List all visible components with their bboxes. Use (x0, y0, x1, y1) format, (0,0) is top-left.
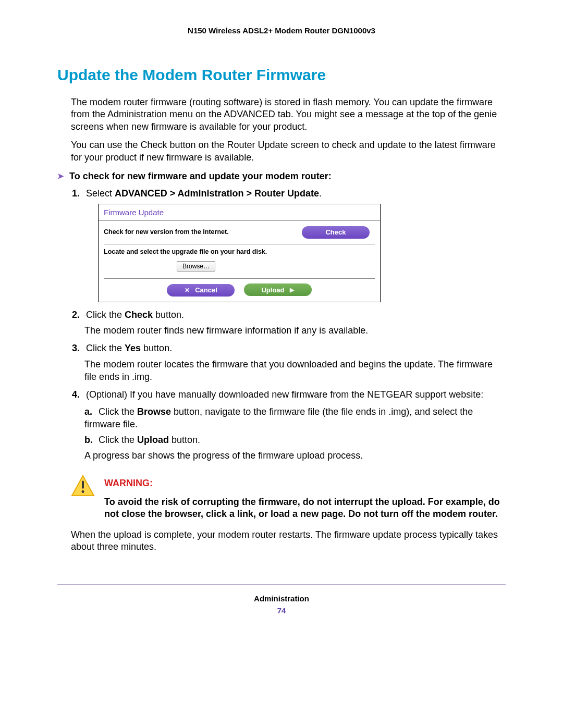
substep-a: a. Click the Browse button, navigate to … (84, 405, 506, 431)
warning-text: To avoid the risk of corrupting the firm… (104, 496, 506, 521)
locate-label: Locate and select the upgrade file on yo… (104, 248, 375, 256)
bottom-button-bar: ✕ Cancel Upload ▶ (104, 278, 375, 302)
browse-button[interactable]: Browse… (177, 261, 215, 272)
step-2-pre: Click the (86, 310, 125, 320)
cancel-button-label: Cancel (195, 286, 217, 295)
close-icon: ✕ (185, 286, 190, 294)
svg-rect-1 (82, 480, 84, 488)
page-footer: Administration 74 (57, 594, 506, 615)
step-4: 4. (Optional) If you have manually downl… (72, 388, 506, 462)
intro-paragraph-1: The modem router firmware (routing softw… (57, 96, 506, 133)
step-1-suffix: . (319, 188, 322, 199)
step-number: 2. (72, 309, 83, 321)
substep-a-pre: Click the (99, 406, 137, 417)
step-2-bold: Check (125, 310, 153, 320)
procedure-heading: ➤To check for new firmware and update yo… (57, 171, 506, 182)
substep-b-post: button. (169, 435, 200, 445)
check-button[interactable]: Check (302, 226, 370, 239)
svg-point-2 (82, 490, 84, 493)
page-title: Update the Modem Router Firmware (57, 66, 506, 84)
step-4-after: A progress bar shows the progress of the… (84, 449, 506, 462)
footer-section: Administration (57, 594, 506, 603)
substep-b-bold: Upload (137, 435, 169, 445)
footer-rule (57, 584, 506, 585)
step-3-bold: Yes (125, 343, 141, 353)
substeps-list: a. Click the Browse button, navigate to … (84, 405, 506, 447)
substep-letter: b. (84, 434, 96, 446)
step-1: 1. Select ADVANCED > Administration > Ro… (72, 187, 506, 302)
closing-paragraph: When the upload is complete, your modem … (57, 529, 506, 553)
step-3: 3. Click the Yes button. The modem route… (72, 342, 506, 383)
intro-paragraph-2: You can use the Check button on the Rout… (57, 139, 506, 164)
step-number: 4. (72, 388, 83, 401)
substep-b: b. Click the Upload button. (84, 434, 506, 446)
play-icon: ▶ (290, 286, 294, 294)
warning-body: WARNING: To avoid the risk of corrupting… (104, 475, 506, 521)
step-2-after: The modem router finds new firmware info… (84, 324, 506, 337)
step-2-post: button. (153, 310, 184, 320)
warning-icon (71, 475, 95, 521)
step-number: 1. (72, 187, 83, 200)
page-number: 74 (57, 606, 506, 615)
steps-list: 1. Select ADVANCED > Administration > Ro… (72, 187, 506, 462)
step-3-post: button. (141, 343, 172, 353)
document-page: N150 Wireless ADSL2+ Modem Router DGN100… (0, 0, 563, 636)
cancel-button[interactable]: ✕ Cancel (167, 284, 235, 297)
warning-label: WARNING: (104, 478, 506, 489)
procedure-heading-text: To check for new firmware and update you… (69, 171, 332, 181)
panel-title: Firmware Update (99, 204, 380, 220)
check-row: Check for new version from the Internet.… (99, 221, 380, 244)
check-button-label: Check (325, 228, 346, 237)
upload-button[interactable]: Upload ▶ (244, 283, 312, 296)
step-2: 2. Click the Check button. The modem rou… (72, 309, 506, 337)
triangle-bullet-icon: ➤ (57, 171, 64, 181)
step-1-bold: ADVANCED > Administration > Router Updat… (115, 188, 319, 199)
step-3-pre: Click the (86, 343, 125, 353)
upload-button-label: Upload (261, 286, 284, 295)
step-1-prefix: Select (86, 188, 115, 199)
step-4-text: (Optional) If you have manually download… (86, 389, 483, 400)
running-header: N150 Wireless ADSL2+ Modem Router DGN100… (57, 26, 506, 35)
step-number: 3. (72, 342, 83, 354)
locate-row: Locate and select the upgrade file on yo… (99, 244, 380, 278)
check-label: Check for new version from the Internet. (104, 228, 299, 237)
substep-b-pre: Click the (99, 435, 137, 445)
firmware-update-screenshot: Firmware Update Check for new version fr… (98, 204, 381, 302)
substep-letter: a. (84, 405, 96, 418)
step-3-after: The modem router locates the firmware th… (84, 358, 506, 384)
warning-block: WARNING: To avoid the risk of corrupting… (71, 475, 506, 521)
substep-a-bold: Browse (137, 406, 171, 417)
